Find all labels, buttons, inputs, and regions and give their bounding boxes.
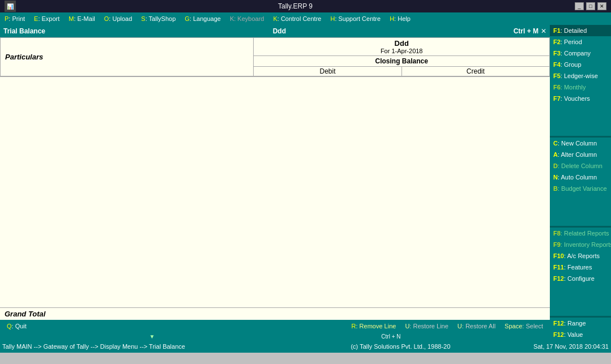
sidebar-n-auto-column[interactable]: N: Auto Column xyxy=(550,172,611,183)
sidebar-f7-vouchers[interactable]: F7: Vouchers xyxy=(550,93,611,104)
sidebar-f11-features[interactable]: F11: Features xyxy=(550,262,611,273)
remove-line-button[interactable]: R: Remove Line xyxy=(347,322,401,331)
menu-email[interactable]: M: E-Mail xyxy=(64,14,99,23)
window-title: Tally.ERP 9 xyxy=(16,2,575,10)
data-area[interactable] xyxy=(0,77,550,307)
sidebar-f6-monthly[interactable]: F6: Monthly xyxy=(550,82,611,93)
grand-total: Grand Total xyxy=(0,307,550,320)
sidebar-f1-detailed[interactable]: F1: Detailed xyxy=(550,25,611,36)
trial-balance-header: Trial Balance Ddd Ctrl + M ✕ xyxy=(0,25,550,37)
ctrl-shortcut: Ctrl + M xyxy=(514,27,539,35)
sidebar-f8-related-reports[interactable]: F8: Related Reports xyxy=(550,228,611,239)
main-area: Trial Balance Ddd Ctrl + M ✕ Particulars… xyxy=(0,25,611,340)
app-icon: 📊 xyxy=(5,1,16,12)
sidebar-f4-group[interactable]: F4: Group xyxy=(550,59,611,70)
restore-all-button[interactable]: U: Restore All xyxy=(453,322,500,331)
sidebar-b-budget-variance[interactable]: B: Budget Variance xyxy=(550,183,611,194)
sidebar-f12-value[interactable]: F12: Value xyxy=(550,329,611,340)
menu-support-centre[interactable]: H: Support Centre xyxy=(326,14,385,23)
menu-print[interactable]: P: Print xyxy=(0,14,29,23)
close-button[interactable]: ✕ xyxy=(597,2,606,10)
bottom-bar: Q: Quit R: Remove Line U: Restore Line U… xyxy=(0,320,550,332)
menu-control-centre[interactable]: K: Control Centre xyxy=(268,14,326,23)
date-range: For 1-Apr-2018 xyxy=(255,48,548,54)
copyright-text: (c) Tally Solutions Pvt. Ltd., 1988-20 xyxy=(268,343,533,350)
datetime: Sat, 17 Nov, 2018 20:04:31 xyxy=(533,343,609,350)
scroll-bar[interactable]: ▼ Ctrl + N xyxy=(0,332,550,340)
ctrl-n-label: Ctrl + N xyxy=(381,333,400,340)
sidebar-f12-range[interactable]: F12: Range xyxy=(550,318,611,329)
credit-header: Credit xyxy=(401,67,549,76)
select-button[interactable]: Space: Select xyxy=(500,322,548,331)
closing-balance-label: Closing Balance xyxy=(254,56,549,67)
menu-tallyshop[interactable]: S: TallyShop xyxy=(136,14,180,23)
sidebar-f10-ac-reports[interactable]: F10: A/c Reports xyxy=(550,250,611,262)
trial-balance-title: Trial Balance xyxy=(3,27,45,35)
menu-bar: P: Print E: Export M: E-Mail O: Upload S… xyxy=(0,12,611,25)
trial-balance-name: Ddd xyxy=(45,27,514,35)
sidebar-c-new-column[interactable]: C: New Column xyxy=(550,138,611,149)
sidebar-f9-inventory-reports[interactable]: F9: Inventory Reports xyxy=(550,239,611,250)
restore-button[interactable]: □ xyxy=(586,2,595,10)
minimize-button[interactable]: _ xyxy=(575,2,584,10)
sidebar-f2-period[interactable]: F2: Period xyxy=(550,36,611,48)
trial-balance-close-button[interactable]: ✕ xyxy=(541,27,546,35)
content-area: Trial Balance Ddd Ctrl + M ✕ Particulars… xyxy=(0,25,550,340)
menu-upload[interactable]: O: Upload xyxy=(100,14,137,23)
sidebar-f5-ledgerwise[interactable]: F5: Ledger-wise xyxy=(550,70,611,82)
quit-button[interactable]: Q: Quit xyxy=(2,322,31,331)
trial-balance-ctrl: Ctrl + M ✕ xyxy=(514,27,546,35)
sidebar: F1: Detailed F2: Period F3: Company F4: … xyxy=(550,25,611,340)
grand-total-label: Grand Total xyxy=(5,310,45,318)
debit-header: Debit xyxy=(254,67,401,76)
menu-export[interactable]: E: Export xyxy=(29,14,64,23)
scroll-down-icon: ▼ xyxy=(149,333,155,340)
sidebar-f3-company[interactable]: F3: Company xyxy=(550,48,611,59)
menu-help[interactable]: H: Help xyxy=(385,14,415,23)
table-header: Particulars Ddd For 1-Apr-2018 Closing B… xyxy=(0,37,550,77)
menu-keyboard[interactable]: K: Keyboard xyxy=(225,14,269,23)
sidebar-f12-configure[interactable]: F12: Configure xyxy=(550,273,611,284)
sidebar-d-delete-column[interactable]: D: Delete Column xyxy=(550,160,611,172)
menu-language[interactable]: G: Language xyxy=(180,14,225,23)
company-name: Ddd xyxy=(255,39,548,48)
title-bar: 📊 Tally.ERP 9 _ □ ✕ xyxy=(0,0,611,12)
navigation-path: Tally MAIN --> Gateway of Tally --> Disp… xyxy=(2,343,268,350)
sidebar-a-alter-column[interactable]: A: Alter Column xyxy=(550,149,611,160)
particulars-label: Particulars xyxy=(5,53,43,61)
status-bar: Tally MAIN --> Gateway of Tally --> Disp… xyxy=(0,340,611,353)
restore-line-button[interactable]: U: Restore Line xyxy=(400,322,452,331)
